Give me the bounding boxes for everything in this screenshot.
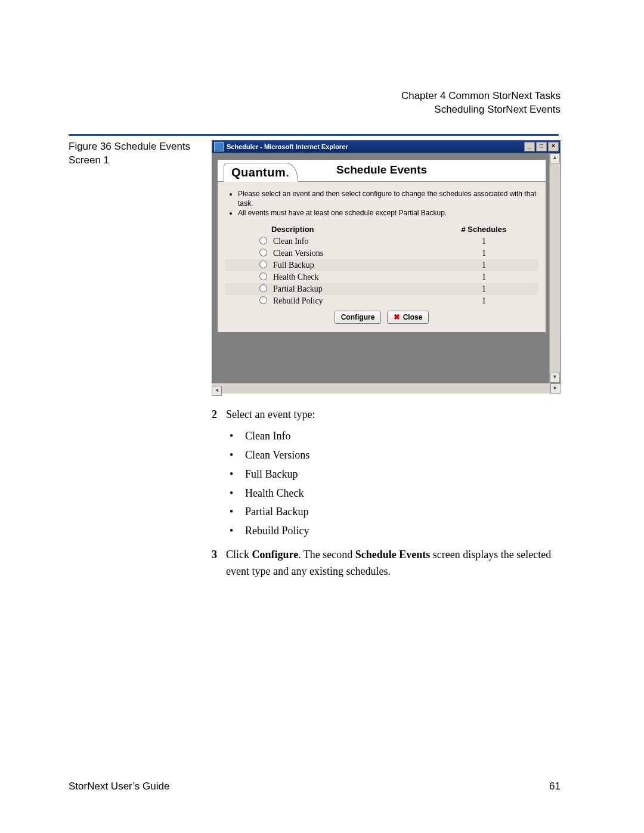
row-count: 1: [429, 247, 538, 259]
table-row: Health Check 1: [225, 271, 538, 283]
scroll-down-icon[interactable]: ▼: [550, 373, 560, 383]
page: Chapter 4 Common StorNext Tasks Scheduli…: [0, 0, 644, 833]
step-number: 3: [212, 547, 226, 580]
table-row: Full Backup 1: [225, 259, 538, 271]
row-label: Partial Backup: [273, 284, 323, 293]
schedule-events-panel: Schedule Events Quantum. Please select a…: [217, 159, 546, 333]
minimize-button[interactable]: _: [524, 142, 535, 151]
vertical-scrollbar[interactable]: ▲ ▼: [549, 153, 560, 383]
close-window-button[interactable]: ×: [548, 142, 559, 151]
footer-page-number: 61: [549, 781, 561, 792]
table-header-row: Description # Schedules: [225, 223, 538, 236]
instructions-list: Please select an event and then select c…: [238, 189, 538, 218]
event-type-item: Clean Versions: [230, 447, 558, 464]
table-row: Clean Versions 1: [225, 247, 538, 259]
event-type-item: Health Check: [230, 485, 558, 502]
brand-tab: Quantum.: [224, 163, 298, 182]
row-label: Health Check: [273, 272, 319, 281]
instruction-1: Please select an event and then select c…: [238, 189, 538, 208]
event-type-item: Full Backup: [230, 466, 558, 483]
row-count: 1: [429, 283, 538, 295]
brand-text: Quantum: [231, 166, 286, 179]
scroll-up-icon[interactable]: ▲: [550, 153, 560, 163]
step-body: Click Configure. The second Schedule Eve…: [226, 547, 558, 580]
event-type-item: Rebuild Policy: [230, 523, 558, 540]
row-label: Clean Info: [273, 237, 308, 246]
table-row: Clean Info 1: [225, 236, 538, 247]
events-table: Description # Schedules Clean Info 1 Cle…: [225, 223, 538, 307]
col-description: Description: [225, 223, 429, 236]
radio-icon[interactable]: [259, 249, 267, 256]
row-count: 1: [429, 271, 538, 283]
step-3: 3 Click Configure. The second Schedule E…: [212, 547, 558, 580]
step-number: 2: [212, 407, 226, 423]
table-row: Partial Backup 1: [225, 283, 538, 295]
row-label: Full Backup: [273, 261, 314, 270]
horizontal-scrollbar[interactable]: ◄ ►: [212, 383, 561, 394]
figure-caption: Figure 36 Schedule Events Screen 1: [69, 140, 200, 168]
radio-icon[interactable]: [259, 237, 267, 244]
button-row: Configure ✖Close: [225, 311, 538, 324]
window-titlebar: Scheduler - Microsoft Internet Explorer …: [212, 140, 561, 153]
ie-icon: [214, 142, 224, 151]
step-body: Select an event type:: [226, 407, 558, 423]
event-types-list: Clean Info Clean Versions Full Backup He…: [212, 428, 558, 540]
window-buttons: _ □ ×: [523, 142, 559, 151]
row-count: 1: [429, 295, 538, 307]
maximize-button[interactable]: □: [536, 142, 547, 151]
window-title: Scheduler - Microsoft Internet Explorer: [225, 143, 523, 150]
table-row: Rebuild Policy 1: [225, 295, 538, 307]
radio-icon[interactable]: [259, 296, 267, 304]
instruction-2: All events must have at least one schedu…: [238, 208, 538, 218]
header-line-2: Scheduling StorNext Events: [401, 103, 561, 117]
section-rule: [69, 134, 559, 136]
close-button[interactable]: ✖Close: [387, 311, 429, 324]
body-text: 2 Select an event type: Clean Info Clean…: [212, 407, 558, 584]
configure-button[interactable]: Configure: [335, 311, 382, 324]
header-line-1: Chapter 4 Common StorNext Tasks: [401, 89, 561, 103]
col-schedules: # Schedules: [429, 223, 538, 236]
brand-logo: Quantum.: [231, 166, 289, 179]
footer-guide-title: StorNext User’s Guide: [69, 781, 169, 792]
row-label: Rebuild Policy: [273, 296, 323, 305]
row-count: 1: [429, 259, 538, 271]
scroll-left-icon[interactable]: ◄: [212, 386, 222, 396]
radio-icon[interactable]: [259, 284, 267, 292]
event-type-item: Partial Backup: [230, 504, 558, 521]
radio-icon[interactable]: [259, 272, 267, 280]
scroll-right-icon[interactable]: ►: [550, 383, 561, 394]
row-label: Clean Versions: [273, 249, 323, 258]
panel-tabrow: Schedule Events Quantum.: [218, 160, 546, 182]
panel-body: Please select an event and then select c…: [218, 182, 546, 332]
close-x-icon: ✖: [394, 312, 400, 321]
radio-icon[interactable]: [259, 261, 267, 268]
row-count: 1: [429, 236, 538, 247]
step-2: 2 Select an event type:: [212, 407, 558, 423]
page-header: Chapter 4 Common StorNext Tasks Scheduli…: [401, 89, 561, 117]
client-area: Schedule Events Quantum. Please select a…: [212, 153, 561, 383]
brand-dot: .: [286, 166, 289, 179]
event-type-item: Clean Info: [230, 428, 558, 445]
screenshot-window: Scheduler - Microsoft Internet Explorer …: [212, 140, 561, 394]
